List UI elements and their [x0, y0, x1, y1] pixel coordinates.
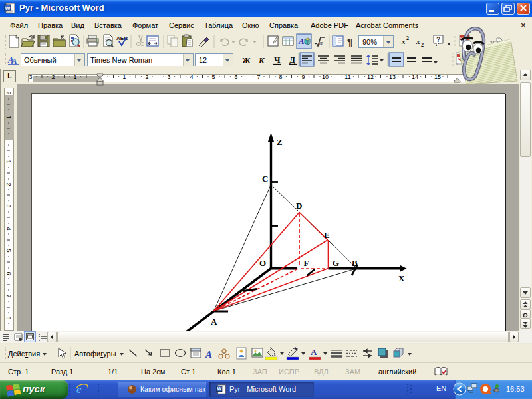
svg-text:1: 1	[73, 74, 76, 80]
svg-text:Д: Д	[289, 55, 295, 65]
svg-text:3: 3	[5, 204, 12, 207]
svg-text:2: 2	[5, 182, 12, 186]
svg-text:X: X	[398, 273, 405, 283]
svg-text:6: 6	[5, 271, 12, 275]
svg-text:F: F	[304, 258, 309, 268]
svg-text:1: 1	[122, 74, 126, 80]
svg-text:B: B	[352, 258, 358, 268]
svg-text:G: G	[332, 258, 339, 268]
svg-text:К: К	[258, 55, 265, 65]
svg-text:9: 9	[301, 74, 305, 80]
svg-text:1: 1	[5, 116, 12, 119]
svg-text:14: 14	[412, 74, 418, 80]
svg-text:6: 6	[234, 74, 237, 80]
svg-text:W: W	[217, 386, 222, 392]
svg-text:10: 10	[322, 74, 329, 80]
svg-text:3: 3	[167, 74, 170, 80]
svg-text:α: α	[319, 39, 323, 47]
svg-text:1: 1	[5, 160, 12, 163]
svg-text:4: 4	[190, 74, 193, 80]
svg-text:Z: Z	[277, 137, 283, 147]
svg-text:8: 8	[5, 316, 12, 319]
svg-text:x: x	[416, 37, 420, 45]
svg-text:5: 5	[211, 74, 215, 80]
svg-text:x: x	[401, 37, 406, 45]
svg-text:A: A	[298, 36, 305, 46]
svg-text:2: 2	[421, 42, 424, 48]
svg-text:4: 4	[5, 227, 12, 230]
svg-text:12: 12	[367, 74, 374, 80]
svg-text:7: 7	[5, 294, 12, 297]
svg-text:8: 8	[279, 74, 282, 80]
svg-text:11: 11	[344, 74, 350, 80]
svg-text:7: 7	[257, 74, 260, 80]
svg-text:Ж: Ж	[242, 55, 251, 65]
svg-text:2: 2	[5, 91, 12, 94]
svg-text:?: ?	[436, 36, 440, 43]
svg-text:O: O	[259, 258, 266, 268]
svg-text:C: C	[262, 174, 268, 184]
svg-text:2: 2	[406, 35, 409, 41]
svg-text:2: 2	[145, 74, 148, 80]
svg-text:А: А	[311, 347, 317, 357]
svg-text:13: 13	[389, 74, 396, 80]
svg-text:2: 2	[51, 74, 55, 80]
svg-text:W: W	[5, 5, 11, 11]
svg-text:3: 3	[29, 74, 32, 80]
svg-text:D: D	[296, 201, 302, 211]
svg-text:A: A	[211, 317, 217, 327]
svg-text:A: A	[205, 349, 212, 360]
svg-text:E: E	[324, 230, 330, 240]
svg-text:5: 5	[5, 249, 12, 252]
svg-text:¶: ¶	[347, 36, 352, 47]
svg-text:15: 15	[434, 74, 441, 80]
svg-text:Ч: Ч	[274, 55, 281, 65]
